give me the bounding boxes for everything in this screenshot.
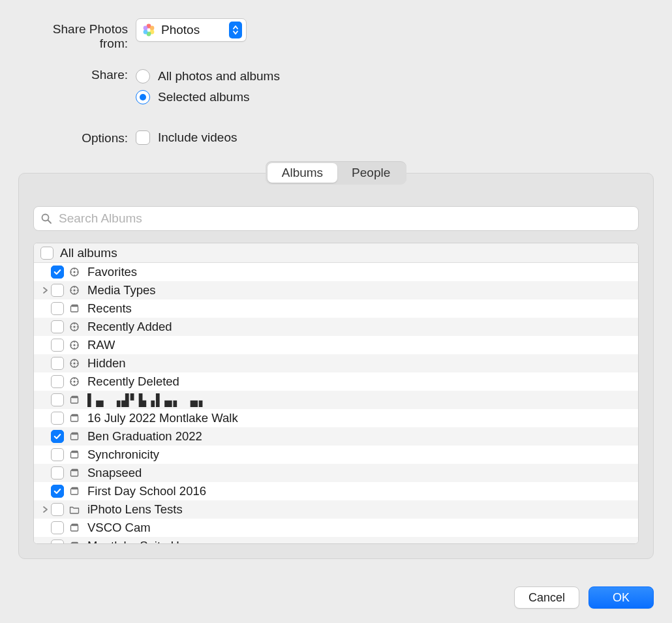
- source-app-popup[interactable]: Photos: [136, 18, 247, 42]
- album-icon: [68, 485, 81, 498]
- album-name: Favorites: [87, 265, 137, 279]
- checkbox-icon[interactable]: [51, 284, 64, 297]
- checkbox-icon[interactable]: [51, 320, 64, 333]
- smart-album-icon: [68, 339, 81, 352]
- share-mode-selected-label: Selected albums: [158, 90, 249, 104]
- search-input[interactable]: [57, 211, 632, 226]
- album-name: Montlake Spite House: [87, 539, 206, 543]
- album-icon: [68, 448, 81, 461]
- album-name: Ben Graduation 2022: [87, 429, 202, 444]
- disclosure-chevron-icon[interactable]: [39, 506, 51, 513]
- album-name: Recently Deleted: [87, 374, 179, 389]
- album-row[interactable]: Favorites: [34, 263, 638, 281]
- album-row[interactable]: RAW: [34, 336, 638, 354]
- album-row[interactable]: 16 July 2022 Montlake Walk: [34, 409, 638, 427]
- list-body[interactable]: FavoritesMedia TypesRecentsRecently Adde…: [34, 263, 638, 543]
- list-header-label: All albums: [60, 246, 117, 260]
- svg-rect-20: [71, 306, 78, 312]
- svg-point-5: [144, 26, 148, 31]
- checkbox-icon[interactable]: [51, 539, 64, 543]
- album-icon: [68, 393, 81, 406]
- album-list: All albums FavoritesMedia TypesRecentsRe…: [33, 243, 639, 544]
- album-row[interactable]: Montlake Spite House: [34, 537, 638, 543]
- album-row[interactable]: Synchronicity: [34, 446, 638, 464]
- svg-rect-58: [71, 525, 78, 531]
- folder-icon: [68, 503, 81, 516]
- checkbox-icon[interactable]: [51, 430, 64, 443]
- album-name: Synchronicity: [87, 448, 159, 462]
- album-row[interactable]: ▌▄ ▗▟▘▙▗▌▄▖ ▄▖: [34, 391, 638, 409]
- search-icon: [40, 213, 52, 224]
- album-name: RAW: [87, 338, 115, 352]
- album-name: Recents: [87, 301, 132, 316]
- checkbox-icon[interactable]: [51, 503, 64, 516]
- dialog-footer: Cancel OK: [514, 586, 654, 609]
- svg-point-23: [73, 326, 75, 327]
- album-name: iPhoto Lens Tests: [87, 502, 183, 517]
- smart-album-icon: [68, 357, 81, 370]
- checkbox-icon[interactable]: [51, 485, 64, 498]
- svg-rect-54: [71, 470, 78, 476]
- album-row[interactable]: Recently Added: [34, 318, 638, 336]
- tab-albums[interactable]: Albums: [267, 163, 337, 183]
- album-name: Hidden: [87, 356, 126, 371]
- album-icon: [68, 430, 81, 443]
- svg-point-15: [73, 289, 75, 291]
- checkbox-icon[interactable]: [51, 339, 64, 352]
- search-field[interactable]: [33, 206, 639, 231]
- cancel-button[interactable]: Cancel: [514, 586, 579, 609]
- album-name: First Day School 2016: [87, 484, 206, 498]
- album-name: VSCO Cam: [87, 521, 151, 535]
- checkbox-icon[interactable]: [51, 393, 64, 406]
- share-mode-all[interactable]: All photos and albums: [136, 66, 280, 87]
- checkbox-icon[interactable]: [51, 448, 64, 461]
- svg-rect-48: [71, 416, 78, 421]
- radio-icon: [136, 69, 150, 84]
- album-row[interactable]: Hidden: [34, 354, 638, 372]
- svg-rect-52: [71, 452, 78, 458]
- album-row[interactable]: iPhoto Lens Tests: [34, 500, 638, 519]
- checkbox-icon[interactable]: [51, 302, 64, 315]
- share-from-row: Share Photos from: Photos: [23, 18, 654, 51]
- album-name: Snapseed: [87, 466, 142, 480]
- checkbox-icon[interactable]: [51, 375, 64, 388]
- svg-point-9: [73, 271, 75, 273]
- album-name: ▌▄ ▗▟▘▙▗▌▄▖ ▄▖: [87, 393, 207, 407]
- checkbox-icon: [40, 247, 53, 260]
- svg-point-29: [73, 344, 75, 346]
- smart-album-icon: [68, 320, 81, 333]
- album-name: Media Types: [87, 283, 156, 297]
- smart-album-icon: [68, 284, 81, 297]
- checkbox-icon[interactable]: [51, 412, 64, 425]
- smart-album-icon: [68, 266, 81, 279]
- svg-point-41: [73, 380, 75, 382]
- album-row[interactable]: Recents: [34, 299, 638, 318]
- share-mode-all-label: All photos and albums: [158, 69, 280, 84]
- album-icon: [68, 302, 81, 315]
- checkbox-icon[interactable]: [51, 466, 64, 479]
- source-app-name: Photos: [161, 23, 224, 37]
- share-mode-selected[interactable]: Selected albums: [136, 87, 280, 108]
- checkbox-icon[interactable]: [51, 357, 64, 370]
- album-row[interactable]: Media Types: [34, 281, 638, 299]
- checkbox-icon[interactable]: [51, 521, 64, 534]
- checkbox-icon[interactable]: [51, 266, 64, 279]
- album-row[interactable]: First Day School 2016: [34, 482, 638, 500]
- options-label: Options:: [23, 127, 136, 145]
- album-row[interactable]: Snapseed: [34, 464, 638, 482]
- disclosure-chevron-icon[interactable]: [39, 286, 51, 294]
- list-header[interactable]: All albums: [34, 243, 638, 263]
- album-name: Recently Added: [87, 320, 172, 334]
- include-videos-option[interactable]: Include videos: [136, 127, 237, 148]
- album-row[interactable]: Recently Deleted: [34, 372, 638, 391]
- svg-rect-46: [71, 397, 78, 403]
- share-label: Share:: [23, 64, 136, 82]
- tab-people[interactable]: People: [337, 163, 405, 183]
- album-row[interactable]: Ben Graduation 2022: [34, 427, 638, 446]
- album-name: 16 July 2022 Montlake Walk: [87, 411, 238, 425]
- svg-point-35: [73, 362, 75, 364]
- album-icon: [68, 466, 81, 479]
- album-icon: [68, 539, 81, 543]
- ok-button[interactable]: OK: [588, 586, 654, 609]
- album-row[interactable]: VSCO Cam: [34, 519, 638, 537]
